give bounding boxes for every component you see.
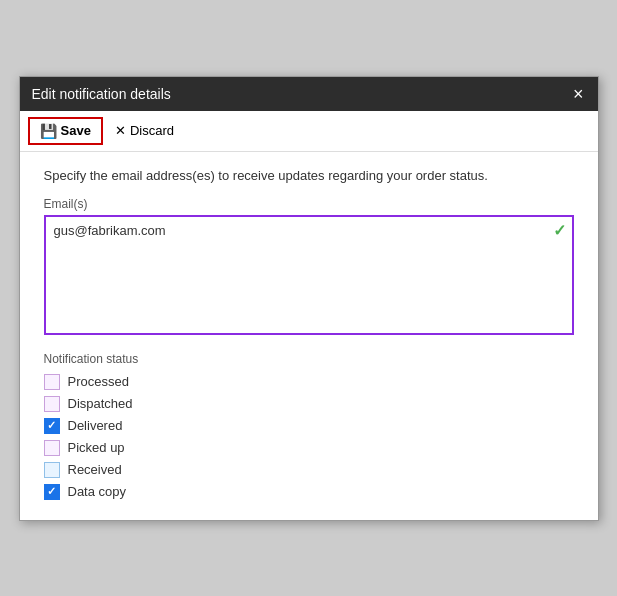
edit-notification-dialog: Edit notification details × 💾 Save ✕ Dis… [19,76,599,521]
dialog-close-button[interactable]: × [571,85,586,103]
notification-status-label: Notification status [44,352,574,366]
save-button[interactable]: 💾 Save [28,117,103,145]
dialog-titlebar: Edit notification details × [20,77,598,111]
list-item: Picked up [44,440,574,456]
discard-button[interactable]: ✕ Discard [107,119,182,142]
list-item: Dispatched [44,396,574,412]
save-label: Save [61,123,91,138]
check-icon: ✓ [47,420,56,431]
email-field-wrapper: gus@fabrikam.com ✓ [44,215,574,338]
dialog-title: Edit notification details [32,86,171,102]
list-item: Received [44,462,574,478]
toolbar: 💾 Save ✕ Discard [20,111,598,152]
check-icon: ✓ [47,486,56,497]
discard-icon: ✕ [115,123,126,138]
checkbox-dispatched[interactable] [44,396,60,412]
email-textarea[interactable]: gus@fabrikam.com [44,215,574,335]
email-valid-icon: ✓ [553,221,566,240]
list-item: ✓ Data copy [44,484,574,500]
list-item: Processed [44,374,574,390]
discard-label: Discard [130,123,174,138]
checkbox-list: Processed Dispatched ✓ Delivered Picked … [44,374,574,500]
checkbox-delivered[interactable]: ✓ [44,418,60,434]
checkbox-label-processed: Processed [68,374,129,389]
checkbox-label-received: Received [68,462,122,477]
checkbox-label-dispatched: Dispatched [68,396,133,411]
save-icon: 💾 [40,123,57,139]
checkbox-picked-up[interactable] [44,440,60,456]
checkbox-label-picked-up: Picked up [68,440,125,455]
checkbox-label-delivered: Delivered [68,418,123,433]
checkbox-label-data-copy: Data copy [68,484,127,499]
dialog-body: Specify the email address(es) to receive… [20,152,598,520]
list-item: ✓ Delivered [44,418,574,434]
checkbox-received[interactable] [44,462,60,478]
checkbox-data-copy[interactable]: ✓ [44,484,60,500]
email-field-label: Email(s) [44,197,574,211]
checkbox-processed[interactable] [44,374,60,390]
description-text: Specify the email address(es) to receive… [44,168,574,183]
